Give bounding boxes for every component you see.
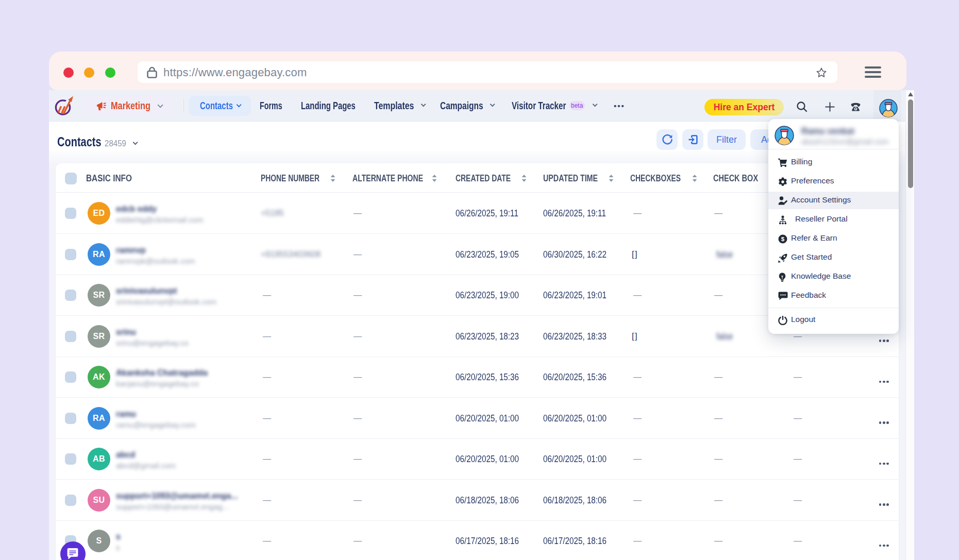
svg-text:$: $ bbox=[781, 236, 785, 242]
